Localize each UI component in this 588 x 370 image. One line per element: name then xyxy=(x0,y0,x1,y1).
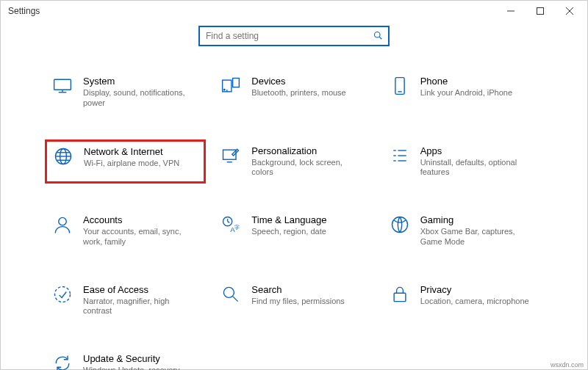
settings-grid: System Display, sound, notifications, po… xyxy=(1,48,587,370)
svg-rect-6 xyxy=(54,79,71,90)
gaming-icon xyxy=(390,214,410,235)
tile-desc: Windows Update, recovery, backup xyxy=(83,366,193,370)
tile-time-language[interactable]: A字 Time & Language Speech, region, date xyxy=(213,208,374,253)
tile-title: Phone xyxy=(420,76,512,87)
search-input[interactable] xyxy=(206,31,373,41)
tile-desc: Speech, region, date xyxy=(251,227,326,237)
tile-title: Personalization xyxy=(251,145,362,156)
svg-rect-38 xyxy=(394,293,406,301)
tile-title: Search xyxy=(251,284,345,295)
svg-line-5 xyxy=(379,37,381,39)
tile-apps[interactable]: Apps Uninstall, defaults, optional featu… xyxy=(382,139,543,184)
svg-point-36 xyxy=(224,287,234,297)
tile-title: Accounts xyxy=(83,214,193,225)
display-icon xyxy=(52,76,73,96)
tile-search[interactable]: Search Find my files, permissions xyxy=(213,278,374,323)
window-title: Settings xyxy=(8,6,40,16)
tile-desc: Find my files, permissions xyxy=(251,297,345,307)
tile-devices[interactable]: Devices Bluetooth, printers, mouse xyxy=(213,70,374,115)
svg-point-34 xyxy=(392,217,407,233)
tile-title: Privacy xyxy=(420,284,529,295)
tile-system[interactable]: System Display, sound, notifications, po… xyxy=(45,70,206,115)
personalize-icon xyxy=(220,145,241,166)
svg-point-28 xyxy=(59,217,67,225)
search-tile-icon xyxy=(220,284,241,305)
search-box[interactable] xyxy=(198,26,390,46)
close-button[interactable] xyxy=(555,1,584,21)
tile-personalization[interactable]: Personalization Background, lock screen,… xyxy=(213,139,374,184)
tile-desc: Wi-Fi, airplane mode, VPN xyxy=(84,159,179,169)
maximize-button[interactable] xyxy=(526,1,555,21)
tile-privacy[interactable]: Privacy Location, camera, microphone xyxy=(382,278,543,323)
tile-title: Time & Language xyxy=(251,214,326,225)
tile-gaming[interactable]: Gaming Xbox Game Bar, captures, Game Mod… xyxy=(382,208,543,253)
time-language-icon: A字 xyxy=(220,214,241,235)
tile-update-security[interactable]: Update & Security Windows Update, recove… xyxy=(45,347,206,370)
tile-desc: Xbox Game Bar, captures, Game Mode xyxy=(420,227,531,247)
tile-desc: Display, sound, notifications, power xyxy=(83,88,193,109)
tile-title: Network & Internet xyxy=(84,146,179,157)
tile-title: Apps xyxy=(420,145,531,156)
tile-title: Update & Security xyxy=(83,353,193,364)
tile-desc: Background, lock screen, colors xyxy=(251,158,362,178)
tile-desc: Narrator, magnifier, high contrast xyxy=(83,297,193,317)
footer-watermark: wsxdn.com xyxy=(551,361,584,369)
svg-rect-10 xyxy=(233,79,240,87)
update-icon xyxy=(52,353,73,370)
svg-rect-1 xyxy=(537,8,544,15)
tile-title: System xyxy=(83,76,193,87)
search-icon xyxy=(373,31,382,42)
tile-title: Devices xyxy=(251,76,345,87)
ease-of-access-icon xyxy=(52,284,73,305)
tile-desc: Link your Android, iPhone xyxy=(420,88,512,98)
tile-phone[interactable]: Phone Link your Android, iPhone xyxy=(382,70,543,115)
tile-ease-of-access[interactable]: Ease of Access Narrator, magnifier, high… xyxy=(45,278,206,323)
titlebar: Settings xyxy=(1,1,587,21)
svg-point-11 xyxy=(224,90,225,90)
tile-accounts[interactable]: Accounts Your accounts, email, sync, wor… xyxy=(45,208,206,253)
globe-icon xyxy=(53,146,74,167)
tile-title: Ease of Access xyxy=(83,284,193,295)
svg-point-35 xyxy=(55,286,71,302)
search-wrap xyxy=(1,21,587,48)
tile-network[interactable]: Network & Internet Wi-Fi, airplane mode,… xyxy=(45,139,206,184)
tile-desc: Your accounts, email, sync, work, family xyxy=(83,227,193,247)
tile-title: Gaming xyxy=(420,214,531,225)
tile-desc: Location, camera, microphone xyxy=(420,297,529,307)
devices-icon xyxy=(220,76,241,96)
svg-point-4 xyxy=(375,32,381,37)
svg-text:字: 字 xyxy=(235,225,240,230)
svg-line-31 xyxy=(228,222,230,223)
tile-desc: Bluetooth, printers, mouse xyxy=(251,88,345,98)
minimize-button[interactable] xyxy=(496,1,526,21)
phone-icon xyxy=(390,76,410,96)
account-icon xyxy=(52,214,73,235)
svg-line-37 xyxy=(233,296,238,301)
settings-window: Settings Syst xyxy=(0,0,588,370)
tile-desc: Uninstall, defaults, optional features xyxy=(420,158,531,178)
privacy-icon xyxy=(390,284,410,305)
window-controls xyxy=(496,1,584,21)
apps-icon xyxy=(390,145,410,166)
